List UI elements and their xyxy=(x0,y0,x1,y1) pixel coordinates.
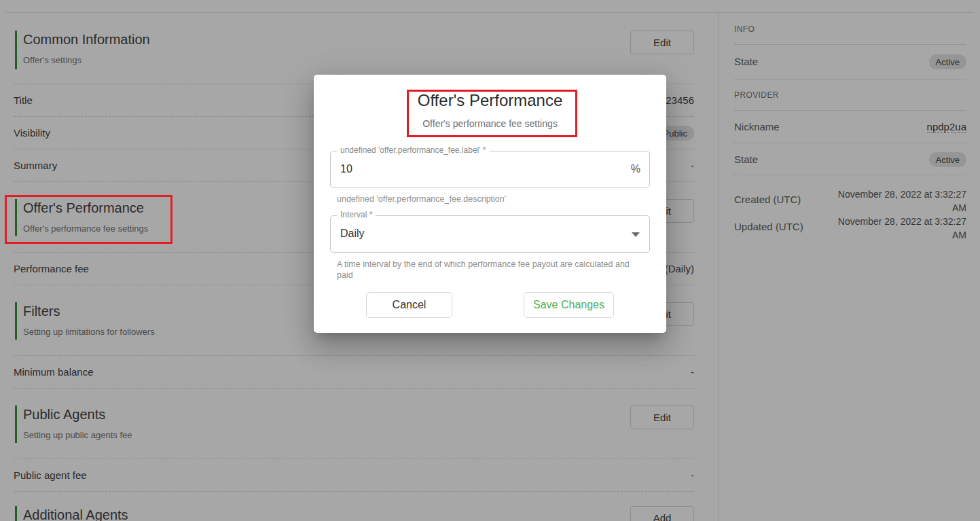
interval-selected-value: Daily xyxy=(340,228,365,240)
performance-fee-input[interactable] xyxy=(340,152,598,185)
chevron-down-icon[interactable] xyxy=(632,232,640,237)
performance-fee-helper-text: undefined 'offer.performance_fee.descrip… xyxy=(337,194,506,204)
interval-select-label: Interval * xyxy=(337,210,376,219)
performance-fee-field[interactable]: undefined 'offer.performance_fee.label' … xyxy=(330,151,650,188)
offers-performance-dialog: Offer's Performance Offer's performance … xyxy=(314,75,666,333)
interval-helper-text: A time interval by the end of which perf… xyxy=(337,259,630,281)
offer-settings-page: Common Information Offer's settings Edit… xyxy=(0,0,980,521)
cancel-button[interactable]: Cancel xyxy=(366,292,452,318)
interval-select[interactable]: Interval * Daily xyxy=(330,215,650,253)
dialog-title: Offer's Performance xyxy=(314,91,666,110)
save-changes-button[interactable]: Save Changes xyxy=(524,292,614,318)
percent-suffix: % xyxy=(631,163,640,175)
dialog-subtitle: Offer's performance fee settings xyxy=(314,118,666,129)
